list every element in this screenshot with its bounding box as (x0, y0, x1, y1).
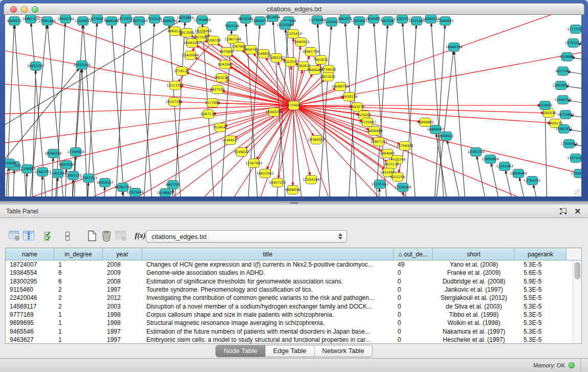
graph-node[interactable]: 8215953 (538, 101, 553, 110)
graph-node[interactable]: 7524542 (213, 123, 228, 132)
graph-edge-red[interactable] (294, 105, 544, 113)
graph-edge-red[interactable] (294, 71, 302, 105)
graph-edge-black[interactable] (5, 20, 181, 143)
delete-table-button-disabled[interactable] (114, 229, 128, 243)
graph-node[interactable]: 9227343 (556, 67, 571, 76)
graph-node[interactable]: 8367110 (201, 110, 216, 119)
graph-node[interactable]: 2803144 (214, 74, 229, 82)
float-panel-button[interactable] (559, 208, 567, 215)
table-row[interactable]: 1456911722003Disruption of a novel membe… (6, 302, 573, 310)
graph-node[interactable]: 15824744 (57, 15, 74, 24)
scrollbar-thumb[interactable] (574, 262, 580, 279)
graph-node[interactable]: 3475685 (220, 48, 234, 56)
graph-node[interactable]: 2718120 (175, 67, 189, 76)
graph-node[interactable]: 9242848 (218, 60, 233, 69)
graph-node[interactable]: 9862970 (338, 15, 353, 24)
graph-node[interactable]: 10196830 (157, 189, 173, 197)
clear-selection-button[interactable] (60, 229, 75, 243)
table-vertical-scrollbar[interactable] (573, 260, 581, 343)
graph-node[interactable]: 9405571 (7, 17, 22, 26)
table-row[interactable]: 969969511998Structural magnetic resonanc… (6, 319, 573, 327)
graph-node[interactable]: 17044094 (571, 169, 581, 178)
column-header-pagerank[interactable]: pagerank (515, 248, 567, 260)
resize-grip-icon[interactable] (574, 189, 581, 196)
column-header-short[interactable]: short (433, 248, 515, 260)
graph-edge-black[interactable] (169, 26, 187, 196)
graph-node[interactable]: 15640910 (292, 38, 309, 47)
column-header-in-degree[interactable]: in_degree (54, 248, 103, 260)
graph-node[interactable]: 9915342 (381, 17, 396, 26)
select-all-checkbox-button[interactable] (41, 229, 55, 243)
graph-node[interactable]: 7515526 (147, 15, 162, 24)
graph-node[interactable]: 10688609 (365, 127, 382, 136)
graph-edge-red[interactable] (294, 47, 300, 105)
graph-node[interactable]: 18957215 (269, 179, 286, 187)
graph-edge-red[interactable] (294, 15, 581, 105)
column-header-year[interactable]: year (103, 248, 142, 260)
graph-edge-black[interactable] (10, 170, 14, 196)
show-column-button[interactable] (21, 229, 36, 243)
graph-node[interactable]: 8912955 (180, 29, 194, 37)
graph-node[interactable]: 16958107 (96, 179, 113, 187)
graph-node[interactable]: 12342757 (34, 168, 51, 177)
graph-edge-red[interactable] (293, 38, 294, 105)
graph-node[interactable]: 12504104 (302, 176, 319, 184)
graph-node[interactable]: 9643278 (350, 103, 365, 112)
graph-node[interactable]: 12254409 (193, 16, 210, 25)
graph-node[interactable]: 15751074 (564, 39, 581, 48)
graph-node[interactable]: 8427552 (210, 85, 225, 94)
close-panel-button[interactable]: ✕ (574, 207, 581, 215)
graph-node[interactable]: 20653267 (27, 62, 44, 71)
graph-edge-black[interactable] (112, 26, 130, 196)
table-row[interactable]: 1830029562008Estimation of significance … (6, 277, 573, 286)
graph-node[interactable]: 12444158 (554, 96, 571, 104)
graph-node[interactable]: 16961758 (302, 48, 319, 56)
graph-node[interactable]: 8618304 (238, 15, 253, 24)
graph-node[interactable]: 16648784 (445, 43, 462, 52)
graph-node[interactable]: 8813054 (266, 15, 280, 22)
graph-node[interactable]: 13505135 (64, 171, 81, 180)
table-row[interactable]: 946554611997Estimation of the future num… (6, 327, 573, 335)
tab-network-table[interactable]: Network Table (315, 345, 372, 357)
graph-edge-black[interactable] (399, 26, 416, 196)
graph-edge-red[interactable] (294, 105, 581, 184)
delete-entries-button[interactable] (99, 229, 114, 243)
tab-edge-table[interactable]: Edge Table (266, 345, 315, 357)
graph-node[interactable]: 9806854 (286, 186, 300, 194)
graph-node[interactable]: 9329966 (560, 53, 575, 61)
panel-splitter[interactable] (0, 201, 588, 205)
graph-node[interactable]: 11567603 (245, 159, 262, 168)
network-graph[interactable]: 1872400718300295193845548660122891295518… (5, 15, 581, 196)
graph-edge-black[interactable] (429, 26, 445, 196)
graph-node[interactable]: 17359924 (67, 148, 84, 157)
window-titlebar[interactable]: citations_edges.txt (4, 3, 584, 15)
graph-node[interactable]: 1615132 (384, 160, 399, 169)
graph-node[interactable]: 8990448 (308, 66, 322, 75)
table-selector-combobox[interactable]: citations_edges.txt (146, 230, 347, 243)
graph-node[interactable]: 9397588 (59, 161, 74, 169)
graph-node[interactable]: 11173106 (567, 25, 581, 34)
table-row[interactable]: 977716911998Corpus callosum shape and si… (6, 311, 573, 319)
graph-node[interactable]: 11431683 (496, 162, 513, 171)
graph-edge-red[interactable] (294, 88, 336, 105)
graph-node[interactable]: 19384554 (308, 136, 324, 144)
graph-node[interactable]: 10391209 (467, 148, 484, 157)
graph-node[interactable]: 8252254 (390, 173, 405, 182)
graph-edge-black[interactable] (403, 24, 422, 196)
graph-node[interactable]: 16210643 (557, 111, 574, 119)
network-canvas[interactable]: 1872400718300295193845548660122891295518… (5, 15, 581, 196)
graph-edge-black[interactable] (434, 52, 453, 196)
graph-node[interactable]: 7955812 (314, 56, 329, 64)
graph-node[interactable]: 17334268 (394, 183, 411, 192)
graph-node[interactable]: 12093832 (552, 81, 569, 90)
graph-node[interactable]: 9117004 (205, 99, 220, 107)
graph-node[interactable]: 1621022 (321, 73, 336, 81)
graph-node[interactable]: 8938922 (439, 132, 454, 141)
column-header-out-degree[interactable]: △ out_de... (394, 248, 433, 260)
graph-node[interactable]: 9466164 (104, 17, 119, 26)
tab-node-table[interactable]: Node Table (216, 345, 266, 357)
table-row[interactable]: 1872400712008Changes of HCN gene express… (6, 260, 573, 269)
graph-node[interactable]: 9457751 (166, 181, 181, 189)
column-header-title[interactable]: title (142, 248, 394, 260)
graph-node[interactable]: 12754702 (524, 177, 540, 185)
